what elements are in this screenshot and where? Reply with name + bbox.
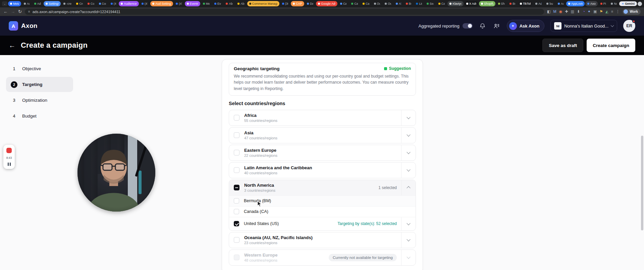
extension-icon[interactable]: ▥ — [571, 10, 574, 13]
browser-tab[interactable]: Ow — [383, 1, 393, 6]
browser-tab[interactable]: Abc — [235, 1, 246, 6]
save-as-draft-button[interactable]: Save as draft — [542, 39, 583, 52]
back-nav-icon[interactable]: ← — [3, 9, 8, 14]
checkbox-eastern-europe[interactable] — [234, 150, 239, 155]
extension-icon[interactable]: ✚ — [565, 10, 568, 13]
browser-tab[interactable]: Aud Settings — [150, 1, 173, 6]
extension-icon[interactable]: ◉ — [559, 10, 562, 13]
region-oceania[interactable]: Oceania (AU, NZ, Pacific Islands) 23 cou… — [229, 232, 416, 248]
forward-nav-icon[interactable]: → — [11, 9, 15, 14]
browser-tab[interactable]: All — [394, 1, 403, 6]
browser-tab[interactable]: Cre — [74, 1, 85, 6]
checkbox-africa[interactable] — [234, 115, 239, 121]
browser-tab[interactable]: (47 — [140, 1, 150, 6]
scrollbar-thumb[interactable] — [641, 136, 643, 230]
browser-tab[interactable]: Bu — [507, 1, 517, 6]
step-budget[interactable]: 4 Budget — [6, 108, 73, 124]
back-arrow-icon[interactable]: ← — [9, 42, 15, 49]
notifications-bell-icon[interactable] — [479, 22, 487, 30]
browser-tab[interactable]: Car — [361, 1, 371, 6]
browser-tab[interactable]: Google Ads — [316, 1, 337, 6]
browser-tab[interactable]: Lin — [414, 1, 424, 6]
extension-icon[interactable]: ⬇ — [577, 10, 580, 13]
user-avatar[interactable]: ER — [623, 20, 635, 32]
reload-icon[interactable]: ↻ — [18, 9, 22, 14]
browser-tab[interactable]: Abo — [224, 1, 235, 6]
gemini-tab-pill[interactable]: ✦ Gemini — [619, 1, 637, 6]
browser-tab[interactable]: Ow — [372, 1, 382, 6]
browser-tab[interactable]: Mer — [201, 1, 212, 6]
browser-tab[interactable]: Cor — [86, 1, 96, 6]
browser-tab[interactable]: Ad- — [533, 1, 544, 6]
browser-tab[interactable]: (30 — [280, 1, 290, 6]
extension-icon[interactable]: ⚑ — [599, 10, 603, 13]
checkbox-united-states-checked[interactable] — [234, 221, 239, 226]
browser-tab[interactable]: (4) — [109, 1, 118, 6]
checkbox-latin-america[interactable] — [234, 167, 239, 173]
tab-search-icon[interactable]: ⌄ — [2, 1, 7, 6]
create-campaign-button[interactable]: Create campaign — [587, 39, 635, 52]
expand-latin-america-button[interactable] — [401, 163, 416, 178]
browser-tab[interactable]: Ad — [22, 1, 32, 6]
browser-tab[interactable]: Ad — [556, 1, 566, 6]
checkbox-oceania[interactable] — [234, 237, 239, 243]
browser-tab[interactable]: Ads — [32, 1, 43, 6]
ask-axon-button[interactable]: ✦ Ask Axon — [507, 20, 544, 32]
extension-icon[interactable]: ✦ — [588, 10, 591, 13]
browser-tab[interactable]: Axon — [585, 1, 598, 6]
browser-tab[interactable]: Klaviyo — [447, 1, 463, 6]
browser-tab[interactable]: Meta — [8, 1, 21, 6]
axon-logo[interactable]: A Axon — [9, 21, 38, 31]
expand-oceania-button[interactable] — [401, 232, 416, 248]
url-bar[interactable]: ≡ ads.axon.ai/campaign-create?accountId=… — [25, 9, 544, 15]
browser-tab[interactable]: Car — [349, 1, 360, 6]
browser-tab[interactable]: X Ads — [464, 1, 478, 6]
step-objective[interactable]: 1 Objective — [6, 61, 73, 76]
browser-tab[interactable]: No — [609, 1, 619, 6]
us-state-targeting-note[interactable]: Targeting by state(s): 52 selected — [337, 221, 397, 226]
stop-recording-button[interactable] — [6, 148, 12, 153]
expand-western-europe-button[interactable] — [401, 250, 416, 265]
browser-tab[interactable]: Audiences — [119, 1, 139, 6]
region-latin-america[interactable]: Latin America and the Caribbean 40 count… — [229, 162, 416, 178]
browser-tab[interactable]: TikTok — [518, 1, 533, 6]
extension-icon[interactable]: ◭ — [605, 10, 608, 13]
browser-tab[interactable]: Car — [436, 1, 447, 6]
expand-asia-button[interactable] — [401, 128, 416, 143]
browser-tab[interactable]: AppLovin — [566, 1, 585, 6]
browser-tab[interactable]: -crea — [61, 1, 74, 6]
checkbox-north-america-indeterminate[interactable] — [234, 185, 239, 190]
browser-tab[interactable]: Events — [185, 1, 200, 6]
region-africa[interactable]: Africa 55 countries/regions — [229, 110, 416, 126]
browser-tab[interactable]: Car — [338, 1, 349, 6]
extension-icon[interactable]: ◔ — [583, 10, 585, 13]
extension-icon[interactable]: M — [553, 10, 556, 13]
browser-tab[interactable]: CAPI — [291, 1, 304, 6]
contacts-list-icon[interactable] — [493, 22, 501, 30]
expand-africa-button[interactable] — [401, 110, 416, 126]
country-row-canada[interactable]: Canada (CA) — [229, 206, 416, 217]
browser-tab[interactable]: Sea — [425, 1, 436, 6]
step-targeting[interactable]: 2 Targeting — [6, 77, 73, 92]
browser-tab[interactable]: bus — [544, 1, 555, 6]
checkbox-asia[interactable] — [234, 132, 239, 138]
browser-tab[interactable]: Eve — [212, 1, 223, 6]
browser-tab[interactable]: (47 — [174, 1, 184, 6]
region-asia[interactable]: Asia 47 countries/regions — [229, 127, 416, 143]
extension-icon[interactable]: ▣ — [593, 10, 597, 13]
checkbox-canada[interactable] — [234, 209, 239, 214]
region-eastern-europe[interactable]: Eastern Europe 22 countries/regions — [229, 145, 416, 161]
browser-profile-avatar[interactable] — [638, 2, 642, 6]
browser-tab[interactable]: Settings — [44, 1, 61, 6]
extension-icon[interactable]: ⋮ — [616, 10, 620, 13]
browser-tab[interactable]: Con — [97, 1, 108, 6]
pause-recording-button[interactable] — [8, 163, 11, 166]
browser-tab[interactable]: Dat — [305, 1, 315, 6]
site-settings-icon[interactable]: ≡ — [28, 10, 30, 13]
expand-us-states-button[interactable] — [401, 217, 416, 230]
checkbox-bermuda[interactable] — [234, 198, 239, 204]
region-north-america[interactable]: North America 3 countries/regions 1 sele… — [229, 180, 416, 231]
country-row-united-states[interactable]: United States (US) Targeting by state(s)… — [229, 217, 416, 230]
extension-icon[interactable]: ≡ — [611, 10, 613, 13]
browser-tab[interactable]: Sho — [496, 1, 507, 6]
